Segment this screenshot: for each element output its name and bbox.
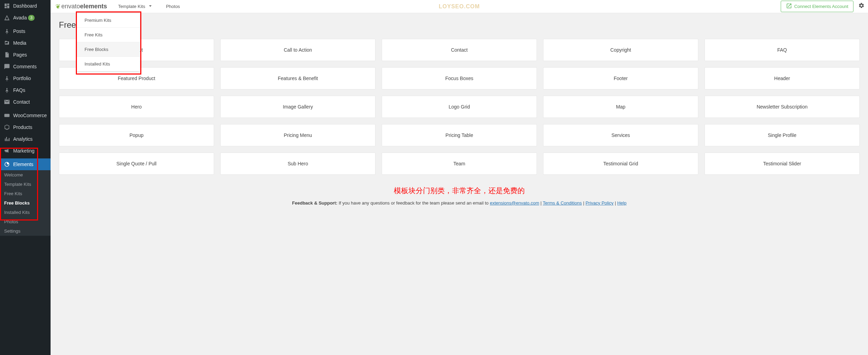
sidebar-item-label: Avada: [13, 15, 27, 20]
sidebar-item-woocommerce[interactable]: WooCommerce: [0, 110, 51, 121]
block-card-call-to-action[interactable]: Call to Action: [220, 39, 375, 61]
block-card-footer[interactable]: Footer: [543, 67, 698, 89]
block-card-sub-hero[interactable]: Sub Hero: [220, 153, 375, 175]
mail-icon: [3, 98, 10, 105]
sidebar-item-label: Elements: [13, 162, 33, 167]
block-card-pricing-table[interactable]: Pricing Table: [382, 124, 537, 146]
block-card-popup[interactable]: Popup: [59, 124, 214, 146]
sidebar-item-label: Dashboard: [13, 3, 37, 9]
dropdown-item-premium-kits[interactable]: Premium Kits: [77, 13, 140, 28]
box-icon: [3, 124, 10, 131]
block-card-single-quote-pull[interactable]: Single Quote / Pull: [59, 153, 214, 175]
sidebar-item-media[interactable]: Media: [0, 37, 51, 49]
sidebar-item-products[interactable]: Products: [0, 121, 51, 133]
block-card-faq[interactable]: FAQ: [705, 39, 860, 61]
block-card-contact[interactable]: Contact: [382, 39, 537, 61]
submenu-item-free-kits[interactable]: Free Kits: [0, 189, 51, 198]
block-card-testimonial-grid[interactable]: Testimonial Grid: [543, 153, 698, 175]
dropdown-item-free-blocks[interactable]: Free Blocks: [77, 42, 140, 57]
blocks-grid: AboutCall to ActionContactCopyrightFAQFe…: [59, 39, 860, 175]
sidebar-item-elements[interactable]: Elements: [0, 158, 51, 170]
submenu-item-template-kits[interactable]: Template Kits: [0, 180, 51, 189]
sidebar-item-comments[interactable]: Comments: [0, 61, 51, 72]
block-card-team[interactable]: Team: [382, 153, 537, 175]
footer-body: If you have any questions or feedback fo…: [339, 200, 490, 206]
tab-template-kits[interactable]: Template Kits: [112, 0, 160, 14]
block-card-copyright[interactable]: Copyright: [543, 39, 698, 61]
submenu-item-welcome[interactable]: Welcome: [0, 170, 51, 180]
block-card-single-profile[interactable]: Single Profile: [705, 124, 860, 146]
block-card-focus-boxes[interactable]: Focus Boxes: [382, 67, 537, 89]
pages-icon: [3, 51, 10, 58]
dropdown-item-installed-kits[interactable]: Installed Kits: [77, 57, 140, 71]
sidebar-item-label: FAQs: [13, 87, 25, 93]
woo-icon: [3, 112, 10, 119]
logo-text-light: envato: [61, 3, 80, 10]
footer-email-link[interactable]: extensions@envato.com: [490, 200, 539, 206]
sidebar-item-contact[interactable]: Contact: [0, 96, 51, 108]
block-card-image-gallery[interactable]: Image Gallery: [220, 96, 375, 118]
footer-prefix: Feedback & Support:: [292, 200, 338, 206]
submenu-item-installed-kits[interactable]: Installed Kits: [0, 208, 51, 217]
sidebar-item-marketing[interactable]: Marketing: [0, 145, 51, 157]
dropdown-item-free-kits[interactable]: Free Kits: [77, 28, 140, 42]
block-card-header[interactable]: Header: [705, 67, 860, 89]
sidebar-item-label: Products: [13, 124, 32, 130]
footer-sep: |: [539, 200, 543, 206]
sidebar-item-faqs[interactable]: FAQs: [0, 84, 51, 96]
block-card-newsletter-subscription[interactable]: Newsletter Subscription: [705, 96, 860, 118]
block-card-features-benefit[interactable]: Features & Benefit: [220, 67, 375, 89]
sidebar-item-posts[interactable]: Posts: [0, 25, 51, 37]
sidebar-item-label: Contact: [13, 99, 30, 105]
svg-rect-0: [5, 114, 10, 117]
footer-text: Feedback & Support: If you have any ques…: [59, 200, 860, 206]
media-icon: [3, 40, 10, 46]
block-card-testimonial-slider[interactable]: Testimonial Slider: [705, 153, 860, 175]
footer-sep: |: [582, 200, 586, 206]
block-card-pricing-menu[interactable]: Pricing Menu: [220, 124, 375, 146]
analytics-icon: [3, 136, 10, 142]
footer-help-link[interactable]: Help: [617, 200, 627, 206]
chevron-down-icon: [147, 3, 153, 10]
badge: 3: [28, 15, 34, 21]
sidebar-item-avada[interactable]: Avada3: [0, 12, 51, 24]
leaf-icon: ❦: [55, 3, 61, 10]
avada-icon: [3, 14, 10, 21]
logo-text-bold: elements: [80, 3, 107, 10]
tab-label: Photos: [166, 4, 180, 9]
sidebar-item-analytics[interactable]: Analytics: [0, 133, 51, 145]
sidebar-item-label: Media: [13, 40, 26, 46]
sidebar-item-portfolio[interactable]: Portfolio: [0, 72, 51, 84]
megaphone-icon: [3, 147, 10, 154]
sidebar-item-label: Pages: [13, 52, 27, 58]
sidebar-item-label: Marketing: [13, 148, 34, 154]
sidebar-item-pages[interactable]: Pages: [0, 49, 51, 61]
page-title: Free Blocks ›: [59, 20, 860, 30]
gear-icon[interactable]: [858, 2, 865, 10]
annotation-text: 模板块分门别类，非常齐全，还是免费的: [59, 186, 860, 196]
block-card-hero[interactable]: Hero: [59, 96, 214, 118]
block-card-services[interactable]: Services: [543, 124, 698, 146]
pin-icon: [3, 28, 10, 35]
sidebar-submenu: WelcomeTemplate KitsFree KitsFree Blocks…: [0, 170, 51, 236]
pin-icon: [3, 87, 10, 94]
submenu-item-free-blocks[interactable]: Free Blocks: [0, 198, 51, 208]
connect-account-button[interactable]: Connect Elements Account: [781, 1, 853, 12]
sidebar-item-label: Analytics: [13, 136, 33, 142]
submenu-item-photos[interactable]: Photos: [0, 217, 51, 226]
tab-photos[interactable]: Photos: [160, 0, 186, 12]
footer-sep: |: [613, 200, 617, 206]
sidebar-item-dashboard[interactable]: Dashboard: [0, 0, 51, 12]
tab-label: Template Kits: [118, 4, 145, 9]
block-card-map[interactable]: Map: [543, 96, 698, 118]
connect-label: Connect Elements Account: [794, 4, 848, 9]
envato-logo: ❦ envatoelements: [51, 3, 112, 10]
footer-privacy-link[interactable]: Privacy Policy: [585, 200, 613, 206]
sidebar-item-label: Posts: [13, 28, 25, 34]
footer-terms-link[interactable]: Terms & Conditions: [543, 200, 582, 206]
block-card-logo-grid[interactable]: Logo Grid: [382, 96, 537, 118]
admin-sidebar: DashboardAvada3PostsMediaPagesCommentsPo…: [0, 0, 51, 355]
external-link-icon: [786, 3, 792, 10]
submenu-item-settings[interactable]: Settings: [0, 226, 51, 236]
main-area: ❦ envatoelements Template Kits Photos LO…: [51, 0, 868, 355]
